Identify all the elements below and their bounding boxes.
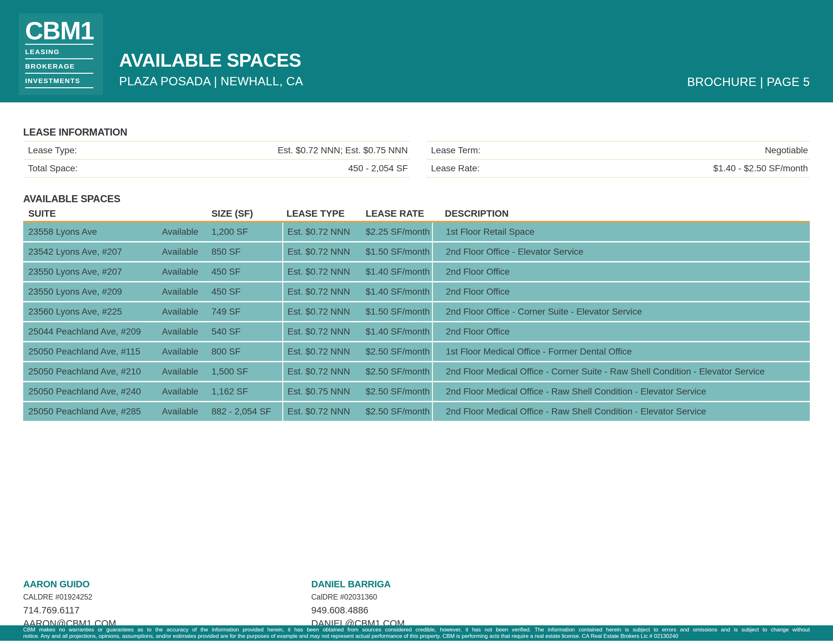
lease-rate-label: Lease Rate:: [431, 163, 479, 174]
available-spaces-table: SUITE SIZE (SF) LEASE TYPE LEASE RATE DE…: [23, 206, 810, 421]
lease-rate-cell: $1.50 SF/month: [363, 247, 432, 257]
lease-type-cell: Est. $0.72 NNN: [282, 262, 363, 281]
column-header-lease-rate: LEASE RATE: [363, 208, 432, 219]
suite-cell: 23550 Lyons Ave, #207: [23, 267, 158, 277]
suite-cell: 25050 Peachland Ave, #240: [23, 386, 158, 397]
lease-type-cell: Est. $0.72 NNN: [282, 303, 363, 321]
lease-type-cell: Est. $0.72 NNN: [282, 342, 363, 361]
lease-type-cell: Est. $0.72 NNN: [282, 322, 363, 341]
status-cell: Available: [158, 386, 207, 397]
description-cell: 2nd Floor Office: [432, 322, 810, 341]
status-cell: Available: [158, 306, 207, 317]
suite-cell: 25050 Peachland Ave, #285: [23, 406, 158, 417]
size-cell: 1,500 SF: [207, 366, 282, 377]
lease-type-cell: Est. $0.72 NNN: [282, 243, 363, 261]
lease-type-cell: Est. $0.72 NNN: [282, 362, 363, 381]
logo-line-brokerage: BROKERAGE: [25, 59, 93, 74]
lease-type-label: Lease Type:: [28, 145, 77, 156]
lease-rate-value: $1.40 - $2.50 SF/month: [713, 163, 808, 174]
table-row: 23550 Lyons Ave, #209 Available 450 SF E…: [23, 282, 810, 301]
status-cell: Available: [158, 327, 207, 337]
available-spaces-heading: AVAILABLE SPACES: [23, 193, 121, 205]
lease-type-cell: Est. $0.72 NNN: [282, 282, 363, 301]
status-cell: Available: [158, 346, 207, 357]
size-cell: 540 SF: [207, 327, 282, 337]
page-title: AVAILABLE SPACES: [119, 51, 301, 69]
description-cell: 2nd Floor Medical Office - Corner Suite …: [432, 362, 810, 381]
description-cell: 2nd Floor Office - Elevator Service: [432, 243, 810, 261]
description-cell: 2nd Floor Medical Office - Raw Shell Con…: [432, 382, 810, 401]
lease-info-left-column: Lease Type: Est. $0.72 NNN; Est. $0.75 N…: [24, 141, 410, 178]
contact-license: CalDRE #02031360: [311, 593, 405, 602]
size-cell: 1,200 SF: [207, 227, 282, 237]
lease-info-row: Total Space: 450 - 2,054 SF: [24, 159, 410, 177]
lease-info-right-column: Lease Term: Negotiable Lease Rate: $1.40…: [426, 141, 810, 178]
size-cell: 882 - 2,054 SF: [207, 406, 282, 417]
description-cell: 2nd Floor Office: [432, 282, 810, 301]
lease-rate-cell: $2.50 SF/month: [363, 406, 432, 417]
size-cell: 450 SF: [207, 287, 282, 297]
lease-rate-cell: $2.25 SF/month: [363, 227, 432, 237]
lease-type-value: Est. $0.72 NNN; Est. $0.75 NNN: [277, 145, 408, 156]
contact-name: AARON GUIDO: [23, 579, 116, 589]
contact-card-aaron-guido: AARON GUIDO CALDRE #01924252 714.769.611…: [23, 579, 116, 629]
lease-type-cell: Est. $0.72 NNN: [282, 222, 363, 241]
lease-rate-cell: $2.50 SF/month: [363, 386, 432, 397]
contact-name: DANIEL BARRIGA: [311, 579, 405, 589]
disclaimer-footer-bar: CBM makes no warranties or guarantees as…: [0, 625, 833, 641]
suite-cell: 23560 Lyons Ave, #225: [23, 306, 158, 317]
lease-rate-cell: $1.50 SF/month: [363, 306, 432, 317]
disclaimer-line-1: CBM makes no warranties or guarantees as…: [23, 626, 810, 633]
logo-brand-text: CBM1: [25, 18, 93, 43]
lease-info-row: Lease Type: Est. $0.72 NNN; Est. $0.75 N…: [24, 141, 410, 159]
table-row: 23558 Lyons Ave Available 1,200 SF Est. …: [23, 222, 810, 241]
size-cell: 450 SF: [207, 267, 282, 277]
total-space-value: 450 - 2,054 SF: [348, 163, 408, 174]
contact-phone: 714.769.6117: [23, 605, 116, 616]
description-cell: 1st Floor Medical Office - Former Dental…: [432, 342, 810, 361]
contact-card-daniel-barriga: DANIEL BARRIGA CalDRE #02031360 949.608.…: [311, 579, 405, 629]
suite-cell: 25044 Peachland Ave, #209: [23, 327, 158, 337]
header-bar: CBM1 LEASING BROKERAGE INVESTMENTS AVAIL…: [0, 0, 833, 102]
table-row: 23542 Lyons Ave, #207 Available 850 SF E…: [23, 243, 810, 261]
lease-information-heading: LEASE INFORMATION: [23, 127, 127, 138]
contact-phone: 949.608.4886: [311, 605, 405, 616]
status-cell: Available: [158, 267, 207, 277]
table-row: 23550 Lyons Ave, #207 Available 450 SF E…: [23, 262, 810, 281]
description-cell: 2nd Floor Medical Office - Raw Shell Con…: [432, 402, 810, 421]
size-cell: 1,162 SF: [207, 386, 282, 397]
page-subtitle: PLAZA POSADA | NEWHALL, CA: [119, 75, 303, 87]
status-cell: Available: [158, 287, 207, 297]
column-header-size: SIZE (SF): [207, 208, 282, 219]
lease-type-cell: Est. $0.75 NNN: [282, 382, 363, 401]
column-header-suite: SUITE: [23, 208, 158, 219]
suite-cell: 23558 Lyons Ave: [23, 227, 158, 237]
lease-rate-cell: $1.40 SF/month: [363, 287, 432, 297]
size-cell: 850 SF: [207, 247, 282, 257]
lease-rate-cell: $1.40 SF/month: [363, 267, 432, 277]
cbm1-logo: CBM1 LEASING BROKERAGE INVESTMENTS: [19, 13, 103, 95]
suite-cell: 25050 Peachland Ave, #115: [23, 346, 158, 357]
suite-cell: 23542 Lyons Ave, #207: [23, 247, 158, 257]
disclaimer-line-2: notice. Any and all projections, opinion…: [23, 633, 810, 639]
column-header-description: DESCRIPTION: [432, 208, 810, 219]
size-cell: 749 SF: [207, 306, 282, 317]
lease-term-label: Lease Term:: [431, 145, 481, 156]
lease-info-row: Lease Rate: $1.40 - $2.50 SF/month: [426, 159, 810, 177]
status-cell: Available: [158, 227, 207, 237]
suite-cell: 23550 Lyons Ave, #209: [23, 287, 158, 297]
lease-type-cell: Est. $0.72 NNN: [282, 402, 363, 421]
status-cell: Available: [158, 247, 207, 257]
table-row: 25050 Peachland Ave, #210 Available 1,50…: [23, 362, 810, 381]
table-row: 25044 Peachland Ave, #209 Available 540 …: [23, 322, 810, 341]
lease-rate-cell: $2.50 SF/month: [363, 366, 432, 377]
description-cell: 2nd Floor Office: [432, 262, 810, 281]
table-row: 25050 Peachland Ave, #285 Available 882 …: [23, 402, 810, 421]
lease-rate-cell: $1.40 SF/month: [363, 327, 432, 337]
brochure-page-label: BROCHURE | PAGE 5: [687, 76, 810, 88]
description-cell: 1st Floor Retail Space: [432, 222, 810, 241]
lease-info-row: Lease Term: Negotiable: [426, 141, 810, 159]
lease-term-value: Negotiable: [765, 145, 808, 156]
logo-line-investments: INVESTMENTS: [25, 74, 93, 88]
contact-license: CALDRE #01924252: [23, 593, 116, 602]
